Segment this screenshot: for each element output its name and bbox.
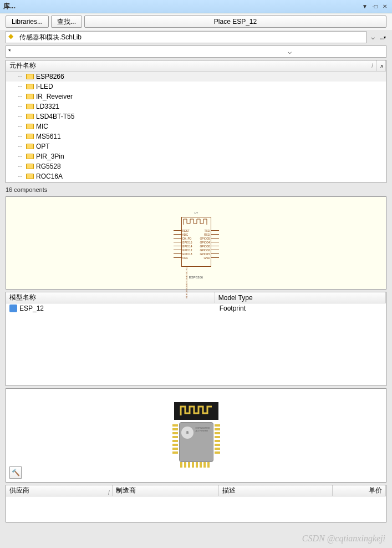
pads-left [172, 424, 178, 454]
list-item[interactable]: ⋯MIC [6, 121, 386, 131]
designator: U? [195, 211, 198, 215]
tree-connector: ⋯ [16, 113, 24, 120]
close-icon[interactable]: ✕ [381, 3, 389, 10]
footprint-icon [9, 305, 17, 312]
pcb-module: ⋒ ESP8266MODAI-THINKER [171, 402, 221, 469]
list-item[interactable]: ⋯ESP8266 [6, 72, 386, 82]
component-icon [26, 104, 34, 109]
pads-bottom [180, 462, 210, 468]
col-model-type[interactable]: Model Type [215, 292, 386, 303]
supplier-panel: 供应商 / 制造商 描述 单价 [6, 485, 386, 522]
component-icon [26, 134, 34, 139]
right-pin-labels: TXDRXDGPIO05GPIO04GPIO00GPIO02GPIO15GND [200, 229, 210, 260]
tree-connector: ⋯ [16, 103, 24, 110]
component-label: LSD4BT-T55 [36, 113, 74, 120]
status-text: 16 components [0, 185, 392, 194]
component-icon [26, 174, 34, 179]
list-item[interactable]: ⋯PIR_3Pin [6, 151, 386, 161]
model-panel: 模型名称 Model Type ESP_12Footprint [6, 292, 386, 386]
list-item[interactable]: ⋯RG5528 [6, 161, 386, 171]
col-desc[interactable]: 描述 [219, 485, 333, 496]
list-item[interactable]: ⋯OPT [6, 141, 386, 151]
component-icon [26, 144, 34, 149]
component-label: PIR_3Pin [36, 153, 64, 160]
col-model-name[interactable]: 模型名称 [6, 292, 215, 303]
model-list[interactable]: ESP_12Footprint [6, 303, 386, 313]
col-mfr[interactable]: 制造商 [113, 485, 219, 496]
list-item[interactable]: ⋯ROC16B [6, 181, 386, 182]
component-label: RG5528 [36, 163, 61, 170]
place-button[interactable]: Place ESP_12 [84, 16, 386, 28]
search-button[interactable]: 查找... [51, 16, 82, 28]
tree-connector: ⋯ [16, 73, 24, 80]
model-header: 模型名称 Model Type [6, 292, 386, 303]
component-list[interactable]: ⋯ESP8266⋯I-LED⋯IR_Reveiver⋯LD3321⋯LSD4BT… [6, 72, 386, 182]
libraries-button[interactable]: Libraries... [6, 16, 49, 28]
list-item[interactable]: ⋯LD3321 [6, 102, 386, 111]
col-price[interactable]: 单价 [333, 485, 386, 496]
left-pin-labels: RESTADCCH_PDGPIO16GPIO14GPIO12GPIO13VCC [182, 229, 192, 260]
right-pin-lines [211, 230, 219, 261]
component-label: LD3321 [36, 103, 59, 110]
list-item[interactable]: ⋯MS5611 [6, 131, 386, 141]
bottom-pin-labels: CSDOGPIO10GPIO09CLKDI [185, 267, 189, 298]
list-item[interactable]: ⋯I-LED [6, 82, 386, 92]
hammer-icon: 🔨 [12, 469, 20, 476]
component-label: I-LED [36, 83, 53, 90]
tree-connector: ⋯ [16, 172, 24, 180]
list-item[interactable]: ⋯IR_Reveiver [6, 92, 386, 102]
col-scroll: ʌ [377, 60, 386, 71]
component-label: OPT [36, 143, 50, 150]
library-row: 传感器和模块.SchLib ⌵ ...▾ [0, 30, 392, 44]
tree-connector: ⋯ [16, 93, 24, 100]
component-icon [26, 94, 34, 99]
pcb-antenna [174, 402, 218, 420]
supplier-header: 供应商 / 制造商 描述 单价 [6, 485, 386, 496]
model-name: ESP_12 [19, 305, 217, 312]
shield-text: ESP8266MODAI-THINKER [196, 427, 210, 432]
library-menu-button[interactable]: ...▾ [379, 31, 386, 43]
chevron-up-icon[interactable]: ʌ [380, 63, 383, 69]
left-pin-lines [174, 230, 181, 261]
tree-connector: ⋯ [16, 153, 24, 160]
component-icon [26, 164, 34, 169]
pads-right [215, 424, 220, 454]
model-row[interactable]: ESP_12Footprint [6, 303, 386, 313]
pin-icon[interactable]: -□ [371, 3, 379, 10]
tree-connector: ⋯ [16, 123, 24, 130]
component-label: IR_Reveiver [36, 93, 73, 100]
col-vendor[interactable]: 供应商 / [6, 485, 113, 496]
component-label: MIC [36, 123, 48, 130]
dropdown-icon[interactable]: ▼ [361, 3, 369, 10]
toolbar: Libraries... 查找... Place ESP_12 [0, 13, 392, 30]
component-icon [26, 74, 34, 79]
schematic-preview[interactable]: U? RESTADCCH_PDGPIO16GPIO14GPIO12GPIO13V… [6, 196, 386, 290]
list-item[interactable]: ⋯LSD4BT-T55 [6, 111, 386, 121]
chevron-down-icon[interactable]: ⌵ [196, 48, 384, 55]
watermark: CSDN @cqtianxingkeji [302, 534, 385, 544]
library-select[interactable]: 传感器和模块.SchLib [6, 31, 366, 43]
model-type: Footprint [220, 305, 246, 312]
component-label: ESP8266 [36, 73, 64, 80]
filter-input[interactable]: * ⌵ [6, 45, 386, 58]
schematic-symbol: U? RESTADCCH_PDGPIO16GPIO14GPIO12GPIO13V… [171, 212, 221, 273]
window-controls: ▼ -□ ✕ [361, 3, 389, 10]
title-bar: 库... ▼ -□ ✕ [0, 0, 392, 13]
sort-icon: / [108, 490, 110, 496]
component-panel: 元件名称 / ʌ ⋯ESP8266⋯I-LED⋯IR_Reveiver⋯LD33… [6, 60, 386, 183]
col-component-name[interactable]: 元件名称 / [6, 60, 377, 71]
tree-connector: ⋯ [16, 83, 24, 90]
component-icon [26, 114, 34, 119]
list-item[interactable]: ⋯ROC16A [6, 171, 386, 181]
wifi-icon: ⋒ [181, 427, 194, 439]
filter-text: * [8, 48, 196, 55]
footprint-preview[interactable]: ⋒ ESP8266MODAI-THINKER 🔨 [6, 388, 386, 483]
component-label: ROC16A [36, 172, 63, 180]
tree-connector: ⋯ [16, 163, 24, 170]
component-label: MS5611 [36, 133, 61, 140]
component-icon [26, 84, 34, 89]
chevron-down-icon[interactable]: ⌵ [369, 33, 376, 41]
library-name: 传感器和模块.SchLib [19, 33, 82, 42]
sort-icon: / [371, 63, 373, 69]
tool-button[interactable]: 🔨 [9, 466, 22, 479]
